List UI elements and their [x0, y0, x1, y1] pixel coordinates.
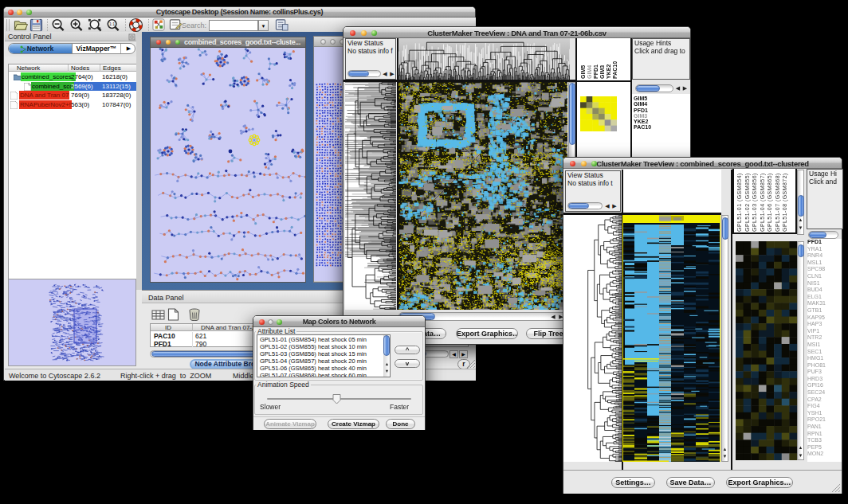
svg-text:1:1: 1:1	[109, 21, 115, 26]
